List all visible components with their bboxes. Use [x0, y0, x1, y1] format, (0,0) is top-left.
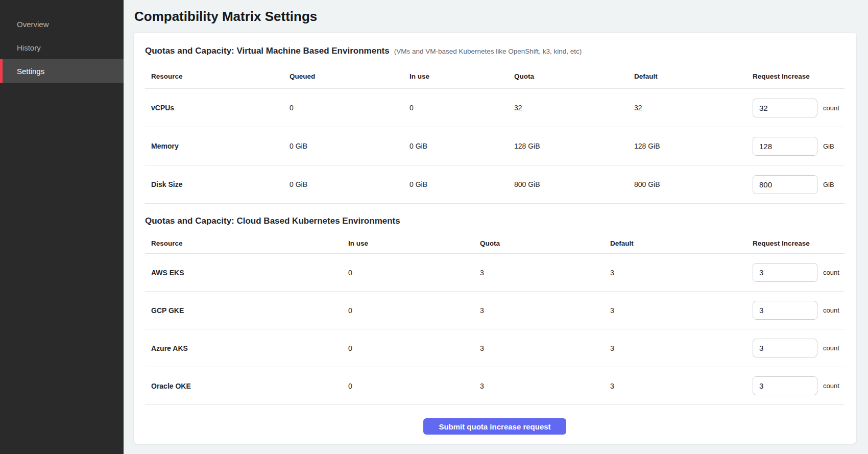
cell-default: 32: [634, 104, 753, 112]
unit-label: count: [823, 344, 839, 352]
cell-default: 3: [610, 382, 753, 390]
cell-quota: 128 GiB: [514, 142, 634, 150]
cloud-table-body: AWS EKS 0 3 3 count GCP GKE 0 3 3 count …: [145, 254, 845, 405]
cell-in_use: 0: [348, 344, 480, 352]
sidebar-item-overview[interactable]: Overview: [0, 12, 124, 36]
cell-default: 128 GiB: [634, 142, 753, 150]
request-increase-input[interactable]: [753, 301, 817, 320]
cell-default: 3: [610, 344, 753, 352]
unit-label: count: [823, 104, 839, 112]
cell-resource: AWS EKS: [145, 269, 348, 277]
unit-label: count: [823, 269, 839, 276]
vm-col-default: Default: [634, 73, 753, 80]
cell-in_use: 0 GiB: [409, 142, 514, 150]
cell-quota: 3: [480, 344, 610, 352]
cell-in_use: 0: [348, 382, 480, 390]
vm-col-resource: Resource: [145, 73, 290, 80]
sidebar-item-settings[interactable]: Settings: [0, 59, 124, 83]
cell-resource: Disk Size: [145, 180, 290, 188]
cell-default: 3: [610, 269, 753, 277]
vm-col-request-increase: Request Increase: [753, 73, 845, 80]
request-increase-input[interactable]: [753, 263, 817, 282]
quota-settings-card: Quotas and Capacity: Virtual Machine Bas…: [133, 32, 857, 444]
cloud-section-title: Quotas and Capacity: Cloud Based Kuberne…: [145, 215, 400, 227]
cloud-table-header-row: Resource In use Quota Default Request In…: [145, 233, 845, 254]
cell-resource: Oracle OKE: [145, 382, 348, 390]
cell-default: 800 GiB: [634, 180, 753, 188]
vm-section-title: Quotas and Capacity: Virtual Machine Bas…: [145, 45, 390, 57]
cell-quota: 32: [514, 104, 634, 112]
cell-queued: 0 GiB: [290, 180, 409, 188]
cell-quota: 3: [480, 382, 610, 390]
unit-label: count: [823, 382, 839, 390]
vm-section-header: Quotas and Capacity: Virtual Machine Bas…: [145, 33, 845, 64]
table-row: Oracle OKE 0 3 3 count: [145, 367, 845, 405]
submit-quota-increase-button[interactable]: Submit quota increase request: [423, 418, 566, 435]
sidebar: Overview History Settings: [0, 0, 124, 454]
vm-table-body: vCPUs 0 0 32 32 count Memory 0 GiB 0 GiB…: [145, 89, 845, 204]
cell-quota: 3: [480, 306, 610, 315]
table-row: Memory 0 GiB 0 GiB 128 GiB 128 GiB GiB: [145, 127, 845, 165]
cloud-section-header: Quotas and Capacity: Cloud Based Kuberne…: [145, 204, 845, 233]
request-increase-input[interactable]: [753, 137, 817, 156]
cloud-col-in-use: In use: [348, 240, 480, 247]
cell-quota: 800 GiB: [514, 180, 634, 188]
cell-in_use: 0: [409, 104, 514, 112]
cell-in_use: 0: [348, 269, 480, 277]
request-increase-input[interactable]: [753, 99, 817, 117]
page-title: Compatibility Matrix Settings: [134, 9, 857, 24]
vm-col-quota: Quota: [514, 73, 634, 80]
submit-area: Submit quota increase request: [145, 405, 845, 444]
cell-queued: 0: [290, 104, 409, 112]
cloud-col-resource: Resource: [145, 240, 348, 247]
vm-table-header-row: Resource Queued In use Quota Default Req…: [145, 64, 845, 89]
unit-label: GiB: [823, 142, 834, 150]
table-row: vCPUs 0 0 32 32 count: [145, 89, 845, 127]
cell-resource: Azure AKS: [145, 344, 348, 352]
vm-col-in-use: In use: [409, 73, 514, 80]
unit-label: GiB: [823, 181, 834, 188]
cloud-col-default: Default: [610, 240, 753, 247]
vm-section-subtitle: (VMs and VM-based Kubernetes like OpenSh…: [394, 47, 582, 55]
cell-resource: vCPUs: [145, 104, 290, 112]
sidebar-item-history[interactable]: History: [0, 36, 124, 59]
table-row: Azure AKS 0 3 3 count: [145, 329, 845, 367]
table-row: AWS EKS 0 3 3 count: [145, 254, 845, 292]
vm-col-queued: Queued: [290, 73, 409, 80]
cell-resource: GCP GKE: [145, 306, 348, 315]
table-row: GCP GKE 0 3 3 count: [145, 292, 845, 329]
cell-resource: Memory: [145, 142, 290, 150]
request-increase-input[interactable]: [753, 175, 817, 194]
cell-in_use: 0: [348, 306, 480, 315]
cell-in_use: 0 GiB: [409, 180, 514, 188]
cell-default: 3: [610, 306, 753, 315]
cloud-col-request-increase: Request Increase: [753, 240, 845, 247]
request-increase-input[interactable]: [753, 339, 817, 357]
unit-label: count: [823, 306, 839, 314]
main-content: Compatibility Matrix Settings Quotas and…: [124, 0, 868, 454]
cloud-col-quota: Quota: [480, 240, 610, 247]
cell-quota: 3: [480, 269, 610, 277]
request-increase-input[interactable]: [753, 376, 817, 395]
cell-queued: 0 GiB: [290, 142, 409, 150]
table-row: Disk Size 0 GiB 0 GiB 800 GiB 800 GiB Gi…: [145, 165, 845, 204]
